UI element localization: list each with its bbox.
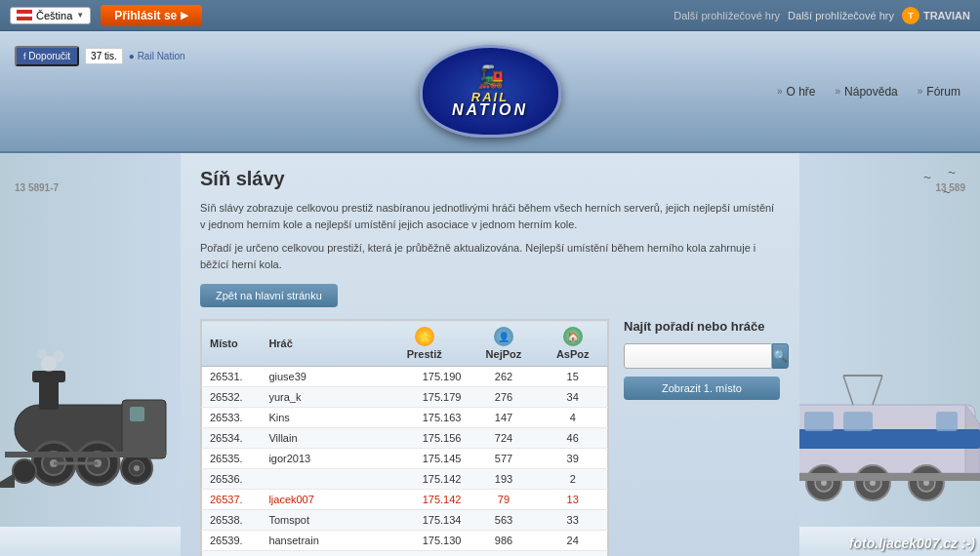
nav-arrow-icon3: »	[918, 86, 923, 97]
svg-rect-26	[936, 412, 958, 431]
watermark: foto.ljacek007.cz :-)	[849, 536, 975, 551]
cell-prestige: 175.179	[380, 387, 469, 408]
cell-player[interactable]: giuse39	[261, 367, 380, 387]
language-selector[interactable]: Čeština ▼	[10, 7, 91, 24]
svg-rect-2	[32, 371, 65, 382]
more-games-text[interactable]: Další prohlížečové hry	[788, 10, 894, 21]
cell-prestige: 175.145	[380, 449, 469, 469]
svg-rect-4	[130, 407, 144, 421]
facebook-like-button[interactable]: f Doporučit	[15, 46, 79, 66]
table-row: 26531. giuse39 175.190 262 15	[202, 367, 608, 387]
svg-marker-15	[0, 473, 15, 488]
top-bar: Čeština ▼ Přihlásit se Další prohlížečov…	[0, 0, 980, 31]
table-row: 26538. Tomspot 175.134 563 33	[202, 510, 608, 531]
search-title: Najít pořadí nebo hráče	[624, 319, 780, 334]
cell-rank: 26536.	[202, 469, 262, 490]
show-first-place-button[interactable]: Zobrazit 1. místo	[624, 377, 780, 400]
cell-nejpoz: 276	[469, 387, 538, 408]
cell-player[interactable]: ntv01	[261, 551, 380, 557]
cell-player[interactable]: hansetrain	[261, 531, 380, 551]
cell-aspoz: 2	[538, 469, 607, 490]
content-area: Síň slávy Síň slávy zobrazuje celkovou p…	[181, 153, 799, 556]
cell-nejpoz: 986	[469, 531, 538, 551]
game-logo[interactable]: 🚂 RAIL NATION	[420, 45, 561, 138]
left-decoration: 13 5891-7	[0, 153, 181, 556]
svg-rect-39	[799, 473, 980, 481]
cell-aspoz: 46	[538, 428, 607, 449]
top-right-links: Další prohlížečové hry Další prohlížečov…	[674, 7, 970, 24]
table-row: 26539. hansetrain 175.130 986 24	[202, 531, 608, 551]
table-wrapper: Místo Hráč ⭐ Prestiž	[200, 319, 609, 556]
cell-player[interactable]: yura_k	[261, 387, 380, 408]
content-row: Místo Hráč ⭐ Prestiž	[200, 319, 780, 556]
table-row: 26537. ljacek007 175.142 79 13	[202, 490, 608, 510]
cell-rank: 26539.	[202, 531, 262, 551]
cell-player[interactable]: Kins	[261, 408, 380, 428]
cell-aspoz: 13	[538, 490, 607, 510]
rankings-table: Místo Hráč ⭐ Prestiž	[201, 320, 608, 556]
cell-aspoz: 1	[538, 551, 607, 557]
search-icon: 🔍	[773, 349, 788, 363]
cell-prestige: 175.142	[380, 490, 469, 510]
cell-aspoz: 34	[538, 387, 607, 408]
cell-aspoz: 24	[538, 531, 607, 551]
cell-nejpoz: 262	[469, 367, 538, 387]
travian-icon: T	[902, 7, 919, 24]
column-header-player: Hráč	[261, 321, 380, 367]
steam-locomotive-svg	[0, 346, 181, 532]
cell-aspoz: 15	[538, 367, 607, 387]
cell-player[interactable]	[261, 469, 380, 490]
aspoz-icon: 🏠	[563, 327, 583, 346]
cell-nejpoz: 79	[469, 490, 538, 510]
cell-player[interactable]: ljacek007	[261, 490, 380, 510]
table-row: 26533. Kins 175.163 147 4	[202, 408, 608, 428]
cell-player[interactable]: Villain	[261, 428, 380, 449]
login-button[interactable]: Přihlásit se	[101, 5, 202, 26]
table-row: 26535. igor2013 175.145 577 39	[202, 449, 608, 469]
nav-about-link[interactable]: » O hře	[777, 85, 816, 99]
page-title: Síň slávy	[200, 168, 780, 190]
cell-nejpoz: 724	[469, 428, 538, 449]
table-row: 26534. Villain 175.156 724 46	[202, 428, 608, 449]
search-button[interactable]: 🔍	[772, 343, 789, 369]
header: f Doporučit 37 tis. ● Rail Nation 🚂 RAIL…	[0, 31, 980, 153]
nav-help-link[interactable]: » Nápověda	[835, 85, 897, 99]
cell-player[interactable]: igor2013	[261, 449, 380, 469]
electric-locomotive-svg	[799, 351, 980, 532]
cell-aspoz: 33	[538, 510, 607, 531]
table-row: 26532. yura_k 175.179 276 34	[202, 387, 608, 408]
table-row: 26536. 175.142 193 2	[202, 469, 608, 490]
svg-line-36	[843, 376, 853, 405]
cell-aspoz: 4	[538, 408, 607, 428]
cell-player[interactable]: Tomspot	[261, 510, 380, 531]
search-input[interactable]	[624, 343, 772, 369]
svg-rect-16	[5, 452, 166, 457]
cell-prestige: 175.142	[380, 469, 469, 490]
cell-nejpoz: 563	[469, 510, 538, 531]
cell-rank: 26533.	[202, 408, 262, 428]
column-header-nejpoz: 👤 NejPoz	[469, 321, 538, 367]
table-row: 26540. ntv01 175.130 200 1	[202, 551, 608, 557]
rankings-tbody: 26531. giuse39 175.190 262 15 26532. yur…	[202, 367, 608, 557]
nejpoz-icon: 👤	[494, 327, 513, 346]
cell-nejpoz: 147	[469, 408, 538, 428]
travian-logo: T TRAVIAN	[902, 7, 970, 24]
cell-aspoz: 39	[538, 449, 607, 469]
nav-forum-link[interactable]: » Fórum	[918, 85, 960, 99]
page-description-1: Síň slávy zobrazuje celkovou prestiž nas…	[200, 200, 780, 232]
social-bar: f Doporučit 37 tis. ● Rail Nation	[15, 46, 185, 66]
cell-nejpoz: 193	[469, 469, 538, 490]
back-to-main-button[interactable]: Zpět na hlavní stránku	[200, 284, 338, 307]
cell-prestige: 175.130	[380, 531, 469, 551]
svg-line-37	[873, 376, 882, 405]
nav-arrow-icon: »	[777, 86, 783, 97]
right-decoration: 13 589	[799, 153, 980, 556]
logo-nation-text: NATION	[452, 101, 528, 119]
nav-arrow-icon2: »	[835, 86, 840, 97]
table-header-row: Místo Hráč ⭐ Prestiž	[202, 321, 608, 367]
column-header-rank: Místo	[202, 321, 262, 367]
svg-rect-25	[843, 412, 873, 431]
rankings-table-container[interactable]: Místo Hráč ⭐ Prestiž	[200, 319, 609, 556]
left-train-number: 13 5891-7	[15, 182, 59, 193]
svg-point-13	[134, 465, 140, 471]
